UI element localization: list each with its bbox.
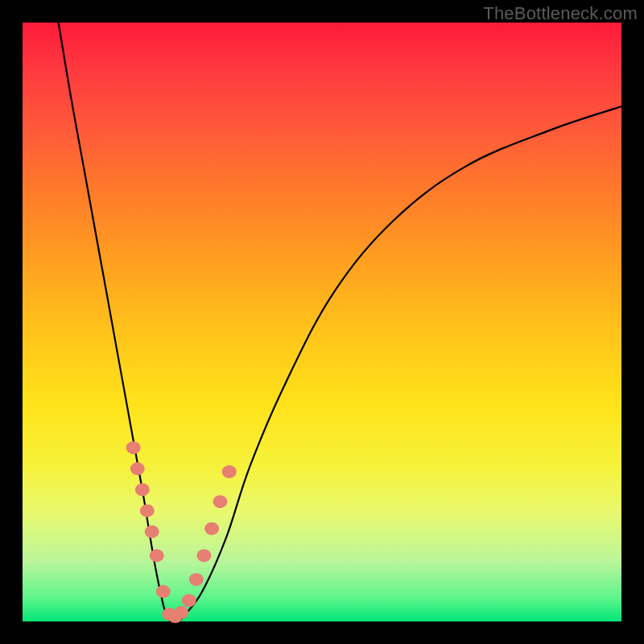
data-marker bbox=[130, 462, 145, 475]
data-marker bbox=[135, 483, 150, 496]
chart-svg bbox=[23, 23, 621, 621]
data-marker bbox=[213, 495, 228, 508]
bottleneck-curve bbox=[59, 23, 621, 622]
data-marker bbox=[150, 549, 164, 562]
data-marker bbox=[204, 522, 219, 535]
chart-plot-area bbox=[23, 23, 621, 621]
data-marker bbox=[189, 573, 204, 586]
data-marker bbox=[196, 549, 211, 562]
watermark-text: TheBottleneck.com bbox=[483, 3, 638, 24]
data-marker bbox=[182, 594, 196, 607]
chart-frame: TheBottleneck.com bbox=[0, 0, 644, 644]
data-marker bbox=[140, 504, 155, 517]
marker-group bbox=[126, 441, 237, 623]
data-marker bbox=[126, 441, 141, 454]
data-marker bbox=[156, 585, 171, 598]
data-marker bbox=[174, 606, 188, 619]
data-marker bbox=[222, 465, 237, 478]
data-marker bbox=[145, 525, 159, 538]
